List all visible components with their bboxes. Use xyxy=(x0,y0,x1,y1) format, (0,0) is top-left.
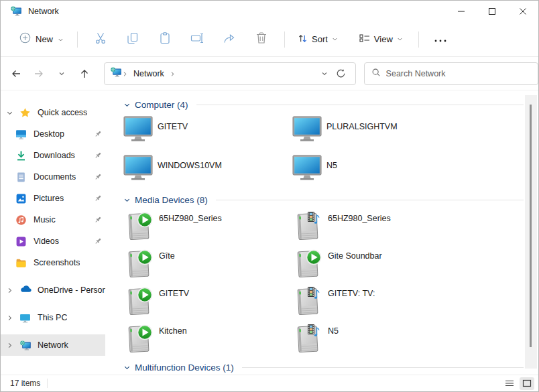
media-item-65hz980-series[interactable]: 65HZ980_Series xyxy=(292,209,461,247)
paste-button[interactable] xyxy=(149,27,181,52)
copy-icon xyxy=(126,31,139,48)
media-item-g-te[interactable]: Gîte xyxy=(123,247,292,284)
title-bar: Network xyxy=(1,1,538,22)
status-bar: 17 items xyxy=(1,375,538,391)
computer-icon xyxy=(123,116,153,145)
media-group-grid: 65HZ980_Series65HZ980_SeriesGîteGite Sou… xyxy=(123,209,538,359)
computer-item-n5[interactable]: N5 xyxy=(292,153,461,192)
media-item-gitetv[interactable]: GITETV xyxy=(123,284,292,322)
sidebar-item-screenshots[interactable]: Screenshots xyxy=(1,252,105,273)
sidebar-item-label: This PC xyxy=(38,313,67,322)
sidebar-item-onedrive-personal[interactable]: OneDrive - Personal xyxy=(1,279,105,301)
group-title: Multifunction Devices (1) xyxy=(135,363,234,373)
computer-icon xyxy=(123,155,153,184)
computer-icon xyxy=(292,155,322,184)
sidebar-gap xyxy=(1,328,105,334)
item-label: Gîte xyxy=(159,247,175,261)
recent-locations-button[interactable] xyxy=(52,64,72,84)
view-layout-icon xyxy=(359,34,370,45)
vertical-scrollbar[interactable] xyxy=(525,95,537,369)
breadcrumb-network[interactable]: Network xyxy=(131,68,167,80)
sidebar-item-label: Quick access xyxy=(38,108,87,117)
search-box[interactable] xyxy=(364,62,538,85)
sidebar-gap xyxy=(1,301,105,307)
scrollbar-thumb[interactable] xyxy=(530,105,532,347)
desktop-icon xyxy=(15,129,27,140)
computer-item-pluralsightvm[interactable]: PLURALSIGHTVM xyxy=(292,114,461,153)
group-header-media-devices-8[interactable]: Media Devices (8) xyxy=(123,192,538,208)
search-input[interactable] xyxy=(386,69,531,78)
paste-icon xyxy=(158,31,172,48)
rename-icon xyxy=(190,31,204,48)
refresh-button[interactable] xyxy=(333,65,350,82)
breadcrumb[interactable]: Network xyxy=(104,62,356,85)
back-button[interactable] xyxy=(6,64,26,84)
sidebar-item-quick-access[interactable]: Quick access xyxy=(1,102,105,123)
media-item-65hz980-series[interactable]: 65HZ980_Series xyxy=(123,209,292,247)
see-more-button[interactable] xyxy=(426,32,455,47)
sidebar-item-label: Downloads xyxy=(34,151,75,160)
sidebar-item-documents[interactable]: Documents xyxy=(1,166,105,188)
sidebar-item-downloads[interactable]: Downloads xyxy=(1,145,105,166)
chevron-right-icon[interactable] xyxy=(6,314,14,322)
close-button[interactable] xyxy=(507,1,538,22)
chevron-down-icon[interactable] xyxy=(123,363,131,371)
item-label: PLURALSIGHTVM xyxy=(326,114,398,131)
chevron-down-icon[interactable] xyxy=(6,109,14,117)
chevron-down-icon xyxy=(397,34,403,44)
copy-button[interactable] xyxy=(117,27,149,52)
up-button[interactable] xyxy=(74,64,95,84)
item-label: WINDOWS10VM xyxy=(158,153,222,170)
chevron-down-icon[interactable] xyxy=(123,196,131,204)
sidebar-item-label: OneDrive - Personal xyxy=(38,285,105,295)
window-title: Network xyxy=(28,7,59,16)
network-icon xyxy=(19,340,31,351)
media-play-icon xyxy=(292,249,323,282)
toolbar-divider xyxy=(77,31,78,48)
media-item-gitetv-tv[interactable]: GITETV: TV: xyxy=(292,284,461,322)
new-button[interactable]: New xyxy=(13,28,70,50)
computer-item-windows10vm[interactable]: WINDOWS10VM xyxy=(123,153,292,192)
media-item-n5[interactable]: N5 xyxy=(292,322,461,359)
chevron-right-icon[interactable] xyxy=(6,341,14,349)
share-button[interactable] xyxy=(213,27,245,52)
sort-button[interactable]: Sort xyxy=(292,29,344,50)
forward-button[interactable] xyxy=(29,64,49,84)
pictures-icon xyxy=(15,193,27,204)
sidebar-item-label: Pictures xyxy=(34,194,64,203)
chevron-down-icon[interactable] xyxy=(123,101,131,109)
media-item-gite-soundbar[interactable]: Gite Soundbar xyxy=(292,247,461,284)
sidebar-item-music[interactable]: Music xyxy=(1,209,105,231)
sidebar-item-network[interactable]: Network xyxy=(1,334,105,356)
group-header-multifunction-devices-1[interactable]: Multifunction Devices (1) xyxy=(123,359,538,375)
media-av-icon xyxy=(292,286,323,320)
sidebar-item-label: Videos xyxy=(34,237,59,246)
downloads-icon xyxy=(15,150,27,161)
view-button[interactable]: View xyxy=(353,29,409,49)
media-play-icon xyxy=(123,324,154,357)
sidebar-item-pictures[interactable]: Pictures xyxy=(1,188,105,209)
media-item-kitchen[interactable]: Kitchen xyxy=(123,322,292,359)
large-icons-view-button[interactable] xyxy=(520,377,534,390)
rename-button[interactable] xyxy=(181,27,213,52)
group-title: Computer (4) xyxy=(135,100,188,110)
address-dropdown-button[interactable] xyxy=(316,66,333,82)
search-icon xyxy=(371,68,381,80)
maximize-button[interactable] xyxy=(477,1,507,22)
cut-button[interactable] xyxy=(84,27,117,52)
item-label: Kitchen xyxy=(159,322,187,336)
computer-item-gitetv[interactable]: GITETV xyxy=(123,114,292,153)
sidebar-item-label: Screenshots xyxy=(34,258,80,267)
sidebar-item-label: Music xyxy=(34,215,56,224)
sidebar-item-this-pc[interactable]: This PC xyxy=(1,307,105,328)
breadcrumb-separator-icon xyxy=(170,68,176,80)
group-divider xyxy=(196,105,524,105)
chevron-right-icon[interactable] xyxy=(6,286,14,294)
group-header-computer-4[interactable]: Computer (4) xyxy=(123,96,538,113)
sidebar-item-desktop[interactable]: Desktop xyxy=(1,123,105,145)
delete-button[interactable] xyxy=(245,27,278,52)
media-av-icon xyxy=(292,324,323,357)
sidebar-item-videos[interactable]: Videos xyxy=(1,231,105,252)
details-view-button[interactable] xyxy=(502,377,517,390)
minimize-button[interactable] xyxy=(446,1,477,22)
